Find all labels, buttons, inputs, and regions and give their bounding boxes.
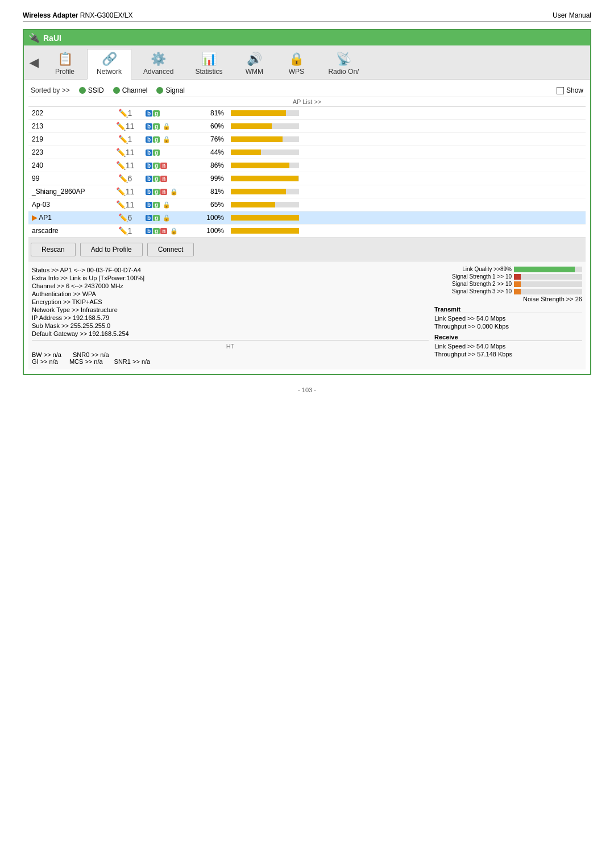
status-encryption: Encryption >> TKIP+AES [32, 298, 429, 306]
table-row[interactable]: arscadre✏️1bgn 🔒100% [28, 225, 586, 238]
tab-radio[interactable]: 📡 Radio On/ [318, 49, 368, 79]
status-ip: IP Address >> 192.168.5.79 [32, 314, 429, 322]
channel-label: Channel [122, 86, 148, 94]
tab-advanced[interactable]: ⚙️ Advanced [134, 49, 183, 79]
protocol-badge-g: g [153, 149, 160, 156]
ap-channel: ✏️6 [108, 211, 142, 225]
ap-ssid: 223 [28, 146, 108, 159]
sort-ssid[interactable]: SSID [79, 86, 104, 94]
header-product-rest: RNX-G300EX/LX [78, 11, 132, 19]
signal-bar-fill [231, 215, 299, 221]
statistics-icon: 📊 [201, 52, 217, 67]
tab-wps[interactable]: 🔒 WPS [276, 49, 316, 79]
ap-channel: ✏️1 [108, 107, 142, 120]
ap-signal-pct: 65% [193, 198, 227, 211]
ap-ssid: 219 [28, 133, 108, 146]
ap-ssid: ▶ AP1 [28, 211, 108, 225]
raui-window: 🔌 RaUI ◀ 📋 Profile 🔗 Network ⚙️ Advanced… [23, 29, 591, 375]
table-row[interactable]: 219✏️1bg 🔒76% [28, 133, 586, 146]
table-row[interactable]: _Shiang_2860AP✏️11bgn 🔒81% [28, 185, 586, 198]
add-to-profile-button[interactable]: Add to Profile [80, 243, 143, 256]
ap-signal-pct: 81% [193, 107, 227, 120]
lock-icon: 🔒 [170, 227, 178, 234]
lock-icon: 🔒 [163, 136, 171, 143]
ap-channel: ✏️11 [108, 198, 142, 211]
protocol-badge-b: b [146, 110, 152, 117]
protocol-badge-g: g [153, 123, 160, 130]
ss2-bg [514, 281, 582, 287]
ssid-label: SSID [88, 86, 104, 94]
ssid-radio [79, 87, 86, 94]
ss3-bg [514, 289, 582, 294]
protocol-badge-n: n [160, 176, 167, 182]
protocol-badge-n: n [160, 163, 167, 169]
ap-signal-bar [227, 185, 586, 198]
protocol-badge-g: g [153, 189, 160, 195]
protocol-badge-b: b [146, 228, 152, 234]
ss1-bg [514, 274, 582, 280]
protocol-badge-g: g [153, 163, 160, 169]
selected-arrow-icon: ▶ [32, 214, 39, 222]
header-product-bold: Wireless Adapter [23, 11, 78, 19]
table-row[interactable]: 240✏️11bgn86% [28, 159, 586, 172]
status-gateway: Default Gateway >> 192.168.5.254 [32, 330, 429, 338]
show-checkbox-container[interactable]: Show [557, 86, 583, 94]
header-right: User Manual [553, 11, 591, 19]
connect-button[interactable]: Connect [147, 243, 194, 256]
table-row[interactable]: Ap-03✏️11bg 🔒65% [28, 198, 586, 211]
tx-link-speed: Link Speed >> 54.0 Mbps [434, 314, 582, 322]
table-row[interactable]: 99✏️6bgn99% [28, 172, 586, 185]
protocol-badge-g: g [153, 215, 160, 221]
signal-bar-bg [231, 202, 299, 207]
protocol-badge-b: b [146, 149, 152, 156]
ht-label: HT [32, 343, 429, 350]
ap-protocols: bgn [142, 172, 193, 185]
tab-wmm[interactable]: 🔊 WMM [234, 49, 274, 79]
channel-icon: ✏️6 [118, 213, 132, 222]
link-quality-bar: Link Quality >>89% [434, 266, 582, 272]
protocol-badge-b: b [146, 176, 152, 182]
noise-strength: Noise Strength >> 26 [434, 296, 582, 302]
status-extra-info: Extra Info >> Link is Up [TxPower:100%] [32, 274, 429, 282]
raui-title-bar: 🔌 RaUI [24, 30, 590, 45]
status-left: Status >> AP1 <--> 00-03-7F-00-D7-A4 Ext… [32, 266, 429, 365]
gi-value: GI >> n/a [32, 358, 58, 365]
raui-title: RaUI [43, 34, 61, 43]
sort-signal[interactable]: Signal [156, 86, 184, 94]
tab-network[interactable]: 🔗 Network [87, 49, 131, 80]
signal-bar-bg [231, 123, 299, 129]
bw-value: BW >> n/a [32, 351, 61, 358]
channel-icon: ✏️6 [118, 174, 132, 183]
table-row[interactable]: 213✏️11bg 🔒60% [28, 120, 586, 133]
protocol-badge-b: b [146, 215, 152, 221]
channel-icon: ✏️1 [118, 226, 132, 235]
ap-protocols: bg 🔒 [142, 211, 193, 225]
tab-wmm-label: WMM [246, 68, 263, 76]
back-button[interactable]: ◀ [30, 56, 43, 73]
tab-profile[interactable]: 📋 Profile [45, 49, 85, 79]
show-checkbox[interactable] [557, 87, 564, 94]
signal-bar-bg [231, 110, 299, 116]
ap-signal-pct: 86% [193, 159, 227, 172]
ap-signal-bar [227, 120, 586, 133]
protocol-badge-b: b [146, 189, 152, 195]
ap-signal-bar [227, 198, 586, 211]
ap-channel: ✏️11 [108, 159, 142, 172]
signal-bar-fill [231, 228, 299, 234]
sort-channel[interactable]: Channel [113, 86, 148, 94]
transmit-section: Transmit Link Speed >> 54.0 Mbps Through… [434, 306, 582, 330]
rescan-button[interactable]: Rescan [31, 243, 76, 256]
ap-protocols: bg 🔒 [142, 120, 193, 133]
tab-statistics-label: Statistics [195, 68, 222, 76]
protocol-badge-g: g [153, 228, 160, 234]
signal-label: Signal [165, 86, 184, 94]
protocol-badge-g: g [153, 110, 160, 117]
signal-bar-bg [231, 189, 299, 194]
table-row[interactable]: ▶ AP1✏️6bg 🔒100% [28, 211, 586, 225]
table-row[interactable]: 223✏️11bg44% [28, 146, 586, 159]
tab-statistics[interactable]: 📊 Statistics [185, 49, 232, 79]
ap-signal-pct: 100% [193, 211, 227, 225]
table-row[interactable]: 202✏️1bg81% [28, 107, 586, 120]
ss2-fill [514, 281, 521, 287]
sort-by-label: Sorted by >> [31, 86, 70, 94]
